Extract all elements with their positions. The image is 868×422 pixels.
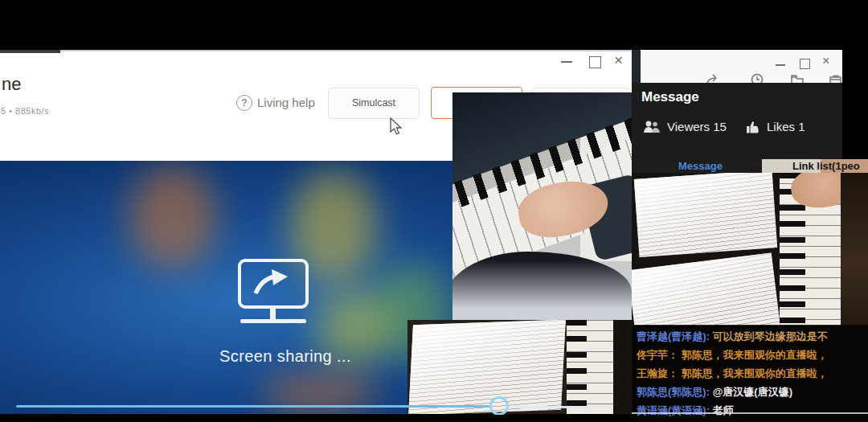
window-title-fragment: ne xyxy=(2,74,21,95)
tab-link-list[interactable]: Link list(1peo xyxy=(792,160,860,172)
viewers-label: Viewers 15 xyxy=(667,120,727,133)
chat-text: 可以放到琴边缘那边是不 xyxy=(713,330,828,342)
minimize-icon[interactable] xyxy=(776,64,785,66)
likes-label: Likes 1 xyxy=(767,120,805,133)
living-help-label[interactable]: Living help xyxy=(257,96,315,109)
progress-bar-remaining[interactable] xyxy=(510,406,612,408)
likes-icon xyxy=(746,121,760,133)
maximize-icon[interactable] xyxy=(589,56,601,68)
monitor-base xyxy=(240,319,306,323)
gift-icon[interactable] xyxy=(829,72,842,83)
back-arrow-icon: ⇦ xyxy=(546,321,555,333)
close-icon[interactable]: × xyxy=(614,52,623,68)
window-top-edge xyxy=(0,50,633,51)
progress-bar-filled[interactable] xyxy=(16,405,489,408)
wallpaper-blob xyxy=(129,165,217,269)
viewers-icon xyxy=(643,121,661,133)
sheet-music-video[interactable]: ⇦ xyxy=(407,320,633,414)
chat-text: 老师 xyxy=(713,404,734,416)
sheet-music-page xyxy=(632,252,780,326)
chat-message: 黄语涵(黄语涵): 老师 xyxy=(637,401,868,420)
chat-message: 曹泽越(曹泽越): 可以放到琴边缘那边是不 xyxy=(637,327,868,346)
message-tabs-row: Message Link list(1peo xyxy=(632,159,868,173)
message-window-titlebar: × xyxy=(641,50,842,83)
message-panel-header: Message Viewers 15 Likes 1 xyxy=(632,83,842,159)
likes-count: Likes 1 xyxy=(746,120,805,133)
minimize-icon[interactable] xyxy=(561,61,572,63)
chat-message-list[interactable]: 曹泽越(曹泽越): 可以放到琴边缘那边是不 佟宇芉： 郭陈思，我来围观你的直播啦… xyxy=(632,325,868,422)
monitor-stand xyxy=(270,309,276,320)
tab-message[interactable]: Message xyxy=(678,160,723,172)
bitrate-stats: 5 • 885kb/s xyxy=(1,106,49,116)
sheet-music-page xyxy=(408,320,566,414)
question-circle-icon[interactable]: ? xyxy=(236,95,252,111)
video-lower-fade xyxy=(452,260,633,322)
simulcast-button[interactable]: Simulcast xyxy=(328,88,420,119)
piano-camera-video[interactable] xyxy=(452,92,633,322)
folder-icon[interactable] xyxy=(790,72,805,83)
screenshot-canvas: ne 5 • 885kb/s ? Living help Simulcast ×… xyxy=(0,0,868,422)
chat-sender: 曹泽越(曹泽越): xyxy=(637,330,710,342)
chat-sender: 佟宇芉： xyxy=(637,349,678,361)
close-icon[interactable]: × xyxy=(822,54,829,68)
progress-handle[interactable] xyxy=(489,396,509,416)
student-camera-video[interactable] xyxy=(632,173,868,326)
chat-sender: 黄语涵(黄语涵): xyxy=(637,404,710,416)
share-arrow-icon xyxy=(249,268,296,298)
right-window-video-sliver xyxy=(632,50,641,83)
video-dark-edge xyxy=(841,173,868,326)
chat-message: 郭陈思(郭陈思): @唐汉镰(唐汉镰) xyxy=(637,383,868,401)
bottom-letterbox xyxy=(0,415,633,422)
chat-text: @唐汉镰(唐汉镰) xyxy=(713,386,792,398)
chat-sender: 郭陈思(郭陈思): xyxy=(637,386,710,398)
message-panel-title: Message xyxy=(641,89,699,105)
viewers-count: Viewers 15 xyxy=(643,120,727,133)
chat-message: 王瀚旋： 郭陈思，我来围观你的直播啦， xyxy=(637,364,868,383)
share-icon[interactable] xyxy=(705,72,719,83)
chat-text: 郭陈思，我来围观你的直播啦， xyxy=(682,349,828,361)
window-bottom-edge xyxy=(632,412,868,414)
chat-text: 郭陈思，我来围观你的直播啦， xyxy=(682,367,828,379)
chat-message: 佟宇芉： 郭陈思，我来围观你的直播啦， xyxy=(637,346,868,364)
piano-black-keys-vertical xyxy=(567,320,587,414)
sheet-music-page xyxy=(634,173,777,257)
chat-sender: 王瀚旋： xyxy=(637,367,678,379)
window-top-edge-shadow xyxy=(0,50,60,53)
maximize-icon[interactable] xyxy=(800,59,810,69)
video-dark-edge xyxy=(613,320,633,414)
mouse-cursor-icon xyxy=(389,117,405,137)
screen-sharing-status-label: Screen sharing ... xyxy=(219,347,351,366)
clock-icon[interactable] xyxy=(750,72,764,83)
